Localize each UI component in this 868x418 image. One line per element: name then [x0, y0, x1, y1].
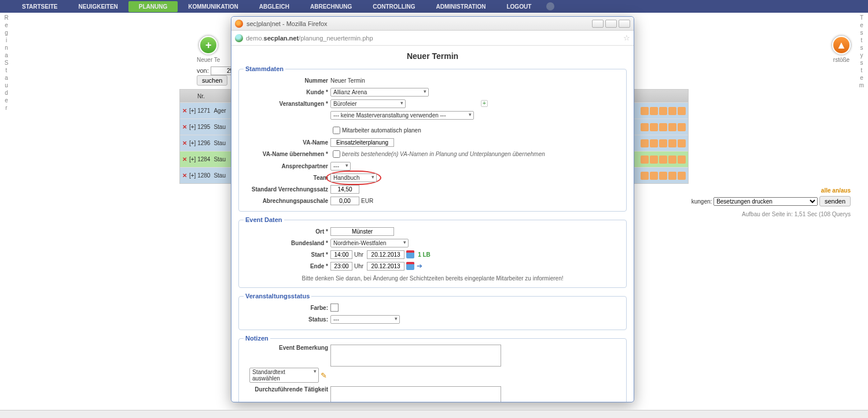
nav-kommunikation[interactable]: KOMMUNIKATION — [178, 1, 248, 12]
kunde-label: Kunde * — [244, 89, 330, 95]
nummer-label: Nummer — [244, 77, 330, 84]
nav-startseite[interactable]: STARTSEITE — [12, 1, 68, 12]
nav-planung[interactable]: PLANUNG — [128, 1, 178, 12]
modal-content[interactable]: Neuer Termin Stammdaten Nummer Neuer Ter… — [231, 46, 634, 219]
search-button[interactable]: suchen — [197, 75, 227, 86]
delete-icon[interactable]: ✕ — [182, 140, 187, 146]
add-va-icon[interactable] — [481, 100, 488, 107]
delete-icon[interactable]: ✕ — [182, 172, 187, 179]
delete-icon[interactable]: ✕ — [182, 108, 187, 114]
vaname-over-label: VA-Name übernehmen * — [244, 151, 330, 157]
actions-label: kungen: — [692, 198, 712, 205]
plus-icon: + — [199, 36, 218, 54]
modal-heading: Neuer Termin — [238, 51, 627, 61]
bookmark-star-icon[interactable]: ☆ — [623, 34, 630, 42]
close-button[interactable] — [619, 20, 630, 28]
master-va-select[interactable]: --- keine Masterveranstaltung verwenden … — [330, 111, 474, 120]
team-label: Team — [244, 175, 330, 181]
auto-plan-checkbox[interactable] — [333, 127, 340, 134]
minimize-button[interactable] — [592, 20, 604, 28]
kunde-select[interactable]: Allianz Arena — [330, 88, 429, 97]
nav-administration[interactable]: ADMINISTRATION — [426, 1, 496, 12]
nav-logout[interactable]: LOGOUT — [496, 1, 542, 12]
delete-icon[interactable]: ✕ — [182, 124, 187, 130]
vaname-over-checkbox[interactable] — [333, 150, 340, 158]
maximize-button[interactable] — [605, 20, 617, 28]
pauschale-input[interactable] — [330, 197, 359, 205]
legend-stammdaten: Stammdaten — [244, 65, 285, 72]
team-select[interactable]: Handbuch — [330, 173, 377, 182]
site-icon — [235, 34, 243, 42]
modal-titlebar: sec|plan|net - Mozilla Firefox — [231, 17, 634, 31]
col-nr: Nr. — [197, 93, 205, 99]
right-system-label: Testsystem — [858, 14, 866, 89]
delete-icon[interactable]: ✕ — [182, 156, 187, 162]
pauschale-unit: EUR — [361, 198, 373, 204]
nav-abrechnung[interactable]: ABRECHNUNG — [300, 1, 362, 12]
veranstaltungen-label: Veranstaltungen * — [244, 101, 330, 107]
window-title: sec|plan|net - Mozilla Firefox — [247, 20, 328, 27]
new-event-modal: sec|plan|net - Mozilla Firefox demo.secp… — [231, 16, 634, 219]
vaname-input[interactable] — [330, 138, 394, 147]
veranstaltungen-select[interactable]: Bürofeier — [330, 99, 406, 108]
von-label: von: — [197, 67, 209, 74]
left-user-label: Regina Stauder — [2, 14, 10, 112]
warning-icon: ▲ — [832, 36, 851, 54]
firefox-icon — [235, 20, 243, 28]
verrechnung-input[interactable] — [330, 185, 359, 194]
nav-neuigkeiten[interactable]: NEUIGKEITEN — [68, 1, 128, 12]
vaname-over-note: bereits bestehende(n) VA-Namen in Planun… — [342, 151, 545, 157]
ansprechpartner-select[interactable]: --- — [330, 162, 351, 171]
nummer-value: Neuer Termin — [330, 77, 365, 84]
address-bar: demo.secplan.net/planung_neuertermin.php… — [231, 31, 634, 46]
top-navbar: STARTSEITE NEUIGKEITEN PLANUNG KOMMUNIKA… — [0, 0, 868, 13]
send-button[interactable]: senden — [819, 196, 851, 206]
legend-event: Event Daten — [244, 216, 284, 219]
violations-button[interactable]: ▲ rstöße — [832, 36, 851, 63]
nav-controlling[interactable]: CONTROLLING — [362, 1, 425, 12]
vaname-label: VA-Name — [244, 139, 330, 146]
action-select[interactable]: Besetzungen drucken — [713, 197, 818, 206]
globe-icon[interactable] — [546, 2, 554, 10]
new-event-button[interactable]: + Neuer Te — [197, 36, 220, 63]
fieldset-event-daten: Event Daten Ort * Bundesland * Nordrhein… — [238, 216, 627, 219]
nav-abgleich[interactable]: ABGLEICH — [249, 1, 300, 12]
pauschale-label: Abrechnungspauschale — [244, 198, 330, 204]
fieldset-stammdaten: Stammdaten Nummer Neuer Termin Kunde * A… — [238, 65, 627, 212]
url-text[interactable]: demo.secplan.net/planung_neuertermin.php — [246, 35, 373, 42]
ansprechpartner-label: Ansprechpartner — [244, 163, 330, 169]
verrechnung-label: Standard Verrechnungssatz — [244, 186, 330, 193]
auto-plan-label: Mitarbeiter automatisch planen — [342, 127, 421, 134]
